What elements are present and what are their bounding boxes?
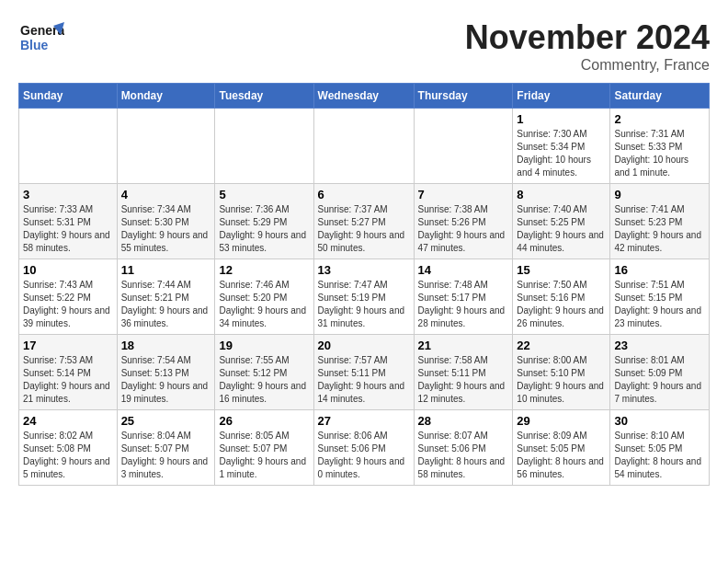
day-info: Sunrise: 7:48 AM Sunset: 5:17 PM Dayligh… bbox=[418, 279, 509, 330]
day-number: 1 bbox=[517, 112, 606, 126]
day-number: 14 bbox=[418, 263, 509, 277]
calendar-cell: 15Sunrise: 7:50 AM Sunset: 5:16 PM Dayli… bbox=[513, 259, 610, 335]
calendar-cell: 22Sunrise: 8:00 AM Sunset: 5:10 PM Dayli… bbox=[513, 335, 610, 410]
day-number: 7 bbox=[418, 188, 509, 201]
calendar-cell: 12Sunrise: 7:46 AM Sunset: 5:20 PM Dayli… bbox=[215, 259, 313, 335]
calendar-cell: 9Sunrise: 7:41 AM Sunset: 5:23 PM Daylig… bbox=[610, 184, 710, 259]
day-number: 20 bbox=[318, 339, 410, 352]
calendar-cell: 26Sunrise: 8:05 AM Sunset: 5:07 PM Dayli… bbox=[215, 410, 313, 486]
day-number: 3 bbox=[23, 188, 113, 201]
calendar-cell: 4Sunrise: 7:34 AM Sunset: 5:30 PM Daylig… bbox=[117, 184, 215, 259]
weekday-header: Sunday bbox=[19, 84, 118, 109]
logo: General Blue bbox=[18, 18, 68, 55]
calendar-cell: 19Sunrise: 7:55 AM Sunset: 5:12 PM Dayli… bbox=[215, 335, 313, 410]
weekday-header: Monday bbox=[117, 84, 215, 109]
weekday-header-row: SundayMondayTuesdayWednesdayThursdayFrid… bbox=[19, 84, 710, 109]
calendar-cell: 17Sunrise: 7:53 AM Sunset: 5:14 PM Dayli… bbox=[19, 335, 118, 410]
day-info: Sunrise: 7:37 AM Sunset: 5:27 PM Dayligh… bbox=[318, 203, 410, 255]
day-number: 17 bbox=[23, 339, 113, 352]
calendar-cell: 24Sunrise: 8:02 AM Sunset: 5:08 PM Dayli… bbox=[19, 410, 118, 486]
day-number: 19 bbox=[219, 339, 309, 352]
day-info: Sunrise: 7:38 AM Sunset: 5:26 PM Dayligh… bbox=[418, 203, 509, 255]
weekday-header: Wednesday bbox=[313, 84, 414, 109]
day-info: Sunrise: 7:57 AM Sunset: 5:11 PM Dayligh… bbox=[318, 354, 410, 406]
day-info: Sunrise: 7:41 AM Sunset: 5:23 PM Dayligh… bbox=[614, 203, 705, 255]
calendar-cell: 28Sunrise: 8:07 AM Sunset: 5:06 PM Dayli… bbox=[414, 410, 513, 486]
calendar-cell bbox=[19, 109, 118, 184]
day-number: 27 bbox=[318, 414, 410, 428]
weekday-header: Tuesday bbox=[215, 84, 313, 109]
day-info: Sunrise: 8:02 AM Sunset: 5:08 PM Dayligh… bbox=[23, 430, 113, 481]
day-number: 5 bbox=[219, 188, 309, 201]
day-number: 9 bbox=[614, 188, 705, 201]
day-info: Sunrise: 8:09 AM Sunset: 5:05 PM Dayligh… bbox=[517, 430, 606, 481]
calendar-cell: 7Sunrise: 7:38 AM Sunset: 5:26 PM Daylig… bbox=[414, 184, 513, 259]
header: General Blue November 2024 Commentry, Fr… bbox=[18, 18, 710, 74]
calendar-week-row: 24Sunrise: 8:02 AM Sunset: 5:08 PM Dayli… bbox=[19, 410, 710, 486]
day-info: Sunrise: 7:51 AM Sunset: 5:15 PM Dayligh… bbox=[614, 279, 705, 330]
day-info: Sunrise: 7:33 AM Sunset: 5:31 PM Dayligh… bbox=[23, 203, 113, 255]
day-number: 28 bbox=[418, 414, 509, 428]
weekday-header: Friday bbox=[513, 84, 610, 109]
day-number: 10 bbox=[23, 263, 113, 277]
calendar-week-row: 10Sunrise: 7:43 AM Sunset: 5:22 PM Dayli… bbox=[19, 259, 710, 335]
calendar-cell: 27Sunrise: 8:06 AM Sunset: 5:06 PM Dayli… bbox=[313, 410, 414, 486]
calendar-cell: 2Sunrise: 7:31 AM Sunset: 5:33 PM Daylig… bbox=[610, 109, 710, 184]
calendar-week-row: 3Sunrise: 7:33 AM Sunset: 5:31 PM Daylig… bbox=[19, 184, 710, 259]
day-info: Sunrise: 8:01 AM Sunset: 5:09 PM Dayligh… bbox=[614, 354, 705, 406]
calendar-cell: 8Sunrise: 7:40 AM Sunset: 5:25 PM Daylig… bbox=[513, 184, 610, 259]
calendar-cell: 3Sunrise: 7:33 AM Sunset: 5:31 PM Daylig… bbox=[19, 184, 118, 259]
calendar-cell bbox=[215, 109, 313, 184]
day-info: Sunrise: 7:55 AM Sunset: 5:12 PM Dayligh… bbox=[219, 354, 309, 406]
calendar-cell: 23Sunrise: 8:01 AM Sunset: 5:09 PM Dayli… bbox=[610, 335, 710, 410]
calendar-cell: 14Sunrise: 7:48 AM Sunset: 5:17 PM Dayli… bbox=[414, 259, 513, 335]
day-number: 12 bbox=[219, 263, 309, 277]
calendar-cell: 21Sunrise: 7:58 AM Sunset: 5:11 PM Dayli… bbox=[414, 335, 513, 410]
day-number: 18 bbox=[121, 339, 211, 352]
calendar-cell: 5Sunrise: 7:36 AM Sunset: 5:29 PM Daylig… bbox=[215, 184, 313, 259]
calendar-cell: 16Sunrise: 7:51 AM Sunset: 5:15 PM Dayli… bbox=[610, 259, 710, 335]
location: Commentry, France bbox=[465, 57, 710, 74]
day-info: Sunrise: 7:46 AM Sunset: 5:20 PM Dayligh… bbox=[219, 279, 309, 330]
day-info: Sunrise: 8:04 AM Sunset: 5:07 PM Dayligh… bbox=[121, 430, 211, 481]
day-info: Sunrise: 8:10 AM Sunset: 5:05 PM Dayligh… bbox=[614, 430, 705, 481]
calendar-cell bbox=[117, 109, 215, 184]
logo-icon: General Blue bbox=[18, 18, 64, 55]
day-info: Sunrise: 7:47 AM Sunset: 5:19 PM Dayligh… bbox=[318, 279, 410, 330]
day-info: Sunrise: 7:40 AM Sunset: 5:25 PM Dayligh… bbox=[517, 203, 606, 255]
day-number: 21 bbox=[418, 339, 509, 352]
day-number: 4 bbox=[121, 188, 211, 201]
calendar-cell: 10Sunrise: 7:43 AM Sunset: 5:22 PM Dayli… bbox=[19, 259, 118, 335]
day-number: 29 bbox=[517, 414, 606, 428]
day-info: Sunrise: 7:58 AM Sunset: 5:11 PM Dayligh… bbox=[418, 354, 509, 406]
calendar-cell: 25Sunrise: 8:04 AM Sunset: 5:07 PM Dayli… bbox=[117, 410, 215, 486]
day-info: Sunrise: 7:36 AM Sunset: 5:29 PM Dayligh… bbox=[219, 203, 309, 255]
day-info: Sunrise: 7:50 AM Sunset: 5:16 PM Dayligh… bbox=[517, 279, 606, 330]
day-info: Sunrise: 7:34 AM Sunset: 5:30 PM Dayligh… bbox=[121, 203, 211, 255]
day-info: Sunrise: 8:00 AM Sunset: 5:10 PM Dayligh… bbox=[517, 354, 606, 406]
calendar-cell: 18Sunrise: 7:54 AM Sunset: 5:13 PM Dayli… bbox=[117, 335, 215, 410]
day-info: Sunrise: 7:30 AM Sunset: 5:34 PM Dayligh… bbox=[517, 128, 606, 179]
day-number: 15 bbox=[517, 263, 606, 277]
day-number: 8 bbox=[517, 188, 606, 201]
day-info: Sunrise: 7:31 AM Sunset: 5:33 PM Dayligh… bbox=[614, 128, 705, 179]
calendar-cell: 11Sunrise: 7:44 AM Sunset: 5:21 PM Dayli… bbox=[117, 259, 215, 335]
calendar-cell: 1Sunrise: 7:30 AM Sunset: 5:34 PM Daylig… bbox=[513, 109, 610, 184]
day-info: Sunrise: 8:05 AM Sunset: 5:07 PM Dayligh… bbox=[219, 430, 309, 481]
day-number: 13 bbox=[318, 263, 410, 277]
calendar-cell: 13Sunrise: 7:47 AM Sunset: 5:19 PM Dayli… bbox=[313, 259, 414, 335]
day-number: 6 bbox=[318, 188, 410, 201]
calendar-cell: 29Sunrise: 8:09 AM Sunset: 5:05 PM Dayli… bbox=[513, 410, 610, 486]
day-number: 16 bbox=[614, 263, 705, 277]
weekday-header: Thursday bbox=[414, 84, 513, 109]
calendar-cell: 30Sunrise: 8:10 AM Sunset: 5:05 PM Dayli… bbox=[610, 410, 710, 486]
day-number: 23 bbox=[614, 339, 705, 352]
day-number: 30 bbox=[614, 414, 705, 428]
calendar-cell: 6Sunrise: 7:37 AM Sunset: 5:27 PM Daylig… bbox=[313, 184, 414, 259]
day-number: 2 bbox=[614, 112, 705, 126]
day-number: 26 bbox=[219, 414, 309, 428]
day-number: 11 bbox=[121, 263, 211, 277]
calendar-week-row: 17Sunrise: 7:53 AM Sunset: 5:14 PM Dayli… bbox=[19, 335, 710, 410]
day-number: 22 bbox=[517, 339, 606, 352]
calendar-cell bbox=[414, 109, 513, 184]
